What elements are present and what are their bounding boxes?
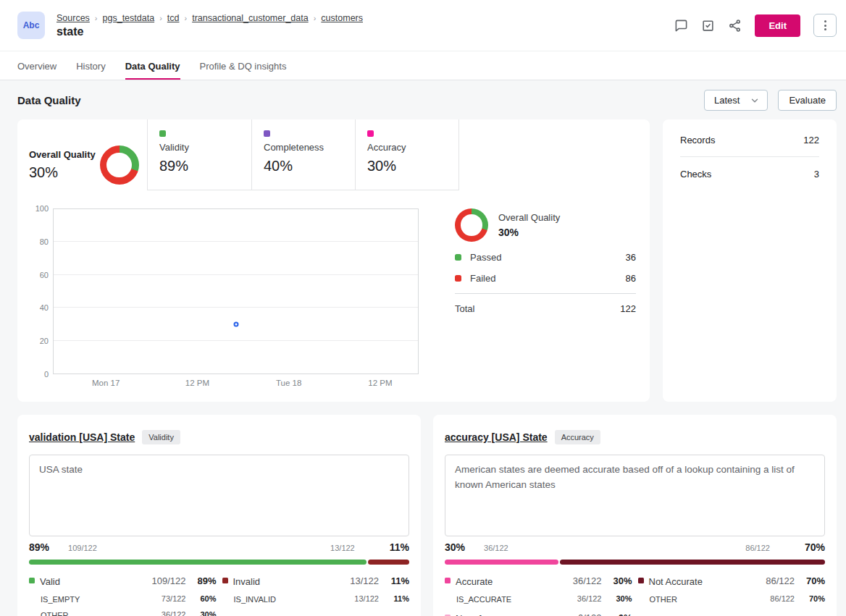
legend-valid: Valid 109/122 89% xyxy=(29,575,217,588)
breadcrumb-separator: › xyxy=(95,14,98,22)
legend-row-passed: Passed 36 xyxy=(455,252,636,263)
gridline xyxy=(54,274,418,275)
data-quality-card: Overall Quality 30% Validity 89% Complet… xyxy=(17,119,650,402)
dimension-chip: Accuracy xyxy=(555,430,600,444)
completeness-label: Completeness xyxy=(264,142,343,153)
accurate-fraction: 36/122 xyxy=(573,575,602,586)
check-description-box: USA state xyxy=(29,455,409,536)
not-accurate-fraction: 86/122 xyxy=(766,575,795,586)
version-dropdown[interactable]: Latest xyxy=(704,90,768,111)
valid-marker xyxy=(29,578,35,583)
valid-fraction: 109/122 xyxy=(152,575,186,586)
right-percent: 11% xyxy=(390,541,409,553)
left-fraction: 109/122 xyxy=(68,544,97,552)
divider xyxy=(680,156,819,157)
failed-marker xyxy=(455,275,461,282)
bar-segment xyxy=(445,560,558,565)
gridline xyxy=(54,340,418,341)
checks-label: Checks xyxy=(680,169,711,180)
dimension-chip: Validity xyxy=(142,430,180,444)
check-stat-row: 30% 36/122 86/122 70% xyxy=(445,541,825,553)
not-accurate-percent: 70% xyxy=(795,575,825,586)
check-stat-row: 89% 109/122 13/122 11% xyxy=(29,541,409,553)
valid-percent: 89% xyxy=(186,575,217,586)
check-title-link[interactable]: validation [USA] State xyxy=(29,431,135,443)
invalid-label: Invalid xyxy=(233,575,319,588)
legend-sub-is-accurate: IS_ACCURATE 36/122 30% xyxy=(445,594,632,605)
passed-label: Passed xyxy=(470,252,626,263)
accurate-marker xyxy=(445,578,451,583)
legend-sub-other: OTHER 36/122 30% xyxy=(29,609,217,616)
kpi-completeness: Completeness 40% xyxy=(251,119,355,190)
breadcrumb-link-pgs-testdata[interactable]: pgs_testdata xyxy=(103,13,155,23)
result-bar xyxy=(445,560,825,565)
validity-value: 89% xyxy=(159,158,240,174)
breadcrumb-link-tcd[interactable]: tcd xyxy=(167,13,180,23)
breadcrumb-link-table[interactable]: transactional_customer_data xyxy=(192,13,309,23)
breadcrumb-separator: › xyxy=(184,14,187,22)
summary-label: Overall Quality xyxy=(498,212,560,223)
check-description-box: American states are deemed accurate base… xyxy=(445,455,825,536)
dimension-kpi-group: Validity 89% Completeness 40% Accuracy 3… xyxy=(147,119,459,190)
check-title-link[interactable]: accuracy [USA] State xyxy=(445,431,548,443)
validity-color-square xyxy=(159,130,166,137)
no-reference-label: No reference available xyxy=(456,612,541,616)
evaluate-button[interactable]: Evaluate xyxy=(778,90,837,111)
overall-quality-label: Overall Quality xyxy=(29,149,96,160)
breadcrumb: Sources › pgs_testdata › tcd › transacti… xyxy=(56,13,363,23)
divider xyxy=(455,293,636,294)
x-axis-tick-label: 12 PM xyxy=(368,379,392,387)
overall-quality-value: 30% xyxy=(29,164,96,181)
tab-data-quality[interactable]: Data Quality xyxy=(125,51,180,80)
records-value: 122 xyxy=(803,135,819,145)
y-axis-tick-label: 80 xyxy=(28,237,49,245)
section-title: Data Quality xyxy=(17,94,81,106)
tab-overview[interactable]: Overview xyxy=(17,51,56,80)
not-accurate-label: Not Accurate xyxy=(649,575,734,588)
y-axis-tick-label: 60 xyxy=(28,271,49,279)
accuracy-label: Accuracy xyxy=(367,142,447,153)
check-legend: Valid 109/122 89% IS_EMPTY 73/122 60% OT… xyxy=(29,573,409,616)
result-bar xyxy=(29,560,409,565)
kpi-validity: Validity 89% xyxy=(148,119,251,190)
accuracy-check-card: accuracy [USA] State Accuracy American s… xyxy=(433,415,837,616)
legend-sub-is-invalid: IS_INVALID 13/122 11% xyxy=(222,594,410,605)
share-icon[interactable] xyxy=(728,19,742,33)
records-label: Records xyxy=(680,135,715,145)
x-axis: Mon 1712 PMTue 1812 PM xyxy=(53,379,419,390)
invalid-marker xyxy=(222,578,228,583)
invalid-fraction: 13/122 xyxy=(350,575,379,586)
comment-icon[interactable] xyxy=(674,19,688,33)
right-fraction: 13/122 xyxy=(330,544,355,552)
tasks-checkbox-icon[interactable] xyxy=(701,19,715,33)
validation-check-card: validation [USA] State Validity USA stat… xyxy=(17,415,421,616)
left-fraction: 36/122 xyxy=(484,544,508,552)
legend-sub-is-empty: IS_EMPTY 73/122 60% xyxy=(29,594,217,605)
page-title: state xyxy=(56,25,363,38)
tab-profile-dq-insights[interactable]: Profile & DQ insights xyxy=(200,51,287,80)
not-accurate-marker xyxy=(638,578,644,583)
quality-trend-chart: 020406080100 Mon 1712 PMTue 1812 PM xyxy=(29,208,419,395)
legend-not-accurate: Not Accurate 86/122 70% xyxy=(638,575,826,588)
kebab-menu-button[interactable] xyxy=(813,14,837,37)
y-axis-tick-label: 0 xyxy=(28,371,49,379)
breadcrumb-link-sources[interactable]: Sources xyxy=(56,13,90,23)
summary-donut xyxy=(455,208,488,242)
passed-value: 36 xyxy=(626,252,636,263)
overall-quality-donut xyxy=(100,145,139,185)
right-fraction: 86/122 xyxy=(745,544,770,552)
breadcrumb-separator: › xyxy=(159,14,162,22)
x-axis-tick-label: 12 PM xyxy=(185,379,209,387)
total-label: Total xyxy=(455,303,474,314)
edit-button[interactable]: Edit xyxy=(755,14,800,37)
y-axis-tick-label: 100 xyxy=(28,205,49,213)
tab-history[interactable]: History xyxy=(76,51,105,80)
completeness-value: 40% xyxy=(264,158,343,174)
x-axis-tick-label: Tue 18 xyxy=(276,379,301,387)
legend-sub-other: OTHER 86/122 70% xyxy=(638,594,826,605)
checks-value: 3 xyxy=(814,169,819,180)
validity-label: Validity xyxy=(159,142,240,153)
breadcrumb-link-customers[interactable]: customers xyxy=(321,13,363,23)
breadcrumb-separator: › xyxy=(314,14,317,22)
failed-label: Failed xyxy=(470,273,626,284)
